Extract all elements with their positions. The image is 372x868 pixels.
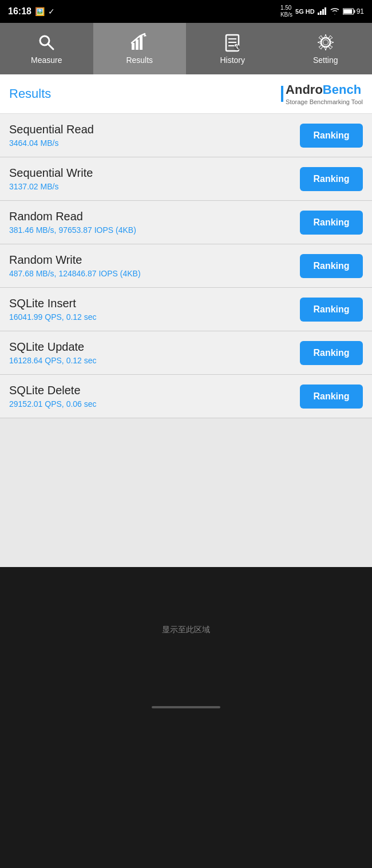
svg-line-8: [48, 44, 53, 49]
status-bar: 16:18 🖼️ ✓ 1.50KB/s 5G HD: [0, 0, 372, 23]
tab-bar: Measure Results: [0, 23, 372, 74]
bench-value-sqlite-insert: 16041.99 QPS, 0.12 sec: [9, 312, 300, 322]
battery-percent: 91: [357, 7, 364, 15]
display-notice-text: 显示至此区域: [162, 625, 210, 635]
bench-info-random-write: Random Write 487.68 MB/s, 124846.87 IOPS…: [9, 253, 300, 278]
bench-name-sqlite-delete: SQLite Delete: [9, 384, 300, 397]
search-icon: [37, 33, 56, 52]
tab-history-label: History: [220, 56, 245, 65]
svg-point-21: [323, 40, 328, 45]
ranking-btn-sqlite-insert[interactable]: Ranking: [300, 298, 363, 322]
brand-tagline: Storage Benchmarking Tool: [286, 98, 363, 105]
bench-row-random-read: Random Read 381.46 MB/s, 97653.87 IOPS (…: [0, 201, 372, 244]
bench-name-random-write: Random Write: [9, 253, 300, 267]
chart-icon: [130, 33, 149, 52]
bench-info-sqlite-insert: SQLite Insert 16041.99 QPS, 0.12 sec: [9, 297, 300, 322]
bench-row-sqlite-insert: SQLite Insert 16041.99 QPS, 0.12 sec Ran…: [0, 288, 372, 331]
status-right: 1.50KB/s 5G HD 91: [280, 5, 364, 18]
bench-name-sqlite-insert: SQLite Insert: [9, 297, 300, 310]
ranking-btn-random-write[interactable]: Ranking: [300, 254, 363, 278]
svg-rect-3: [324, 7, 326, 15]
bench-row-random-write: Random Write 487.68 MB/s, 124846.87 IOPS…: [0, 244, 372, 288]
bench-row-sqlite-delete: SQLite Delete 29152.01 QPS, 0.06 sec Ran…: [0, 375, 372, 418]
bench-value-sequential-write: 3137.02 MB/s: [9, 182, 300, 191]
tab-measure[interactable]: Measure: [0, 23, 93, 74]
bench-value-sqlite-update: 16128.64 QPS, 0.12 sec: [9, 356, 300, 365]
empty-content-area: [0, 418, 372, 567]
gear-icon: [316, 33, 335, 52]
svg-rect-1: [320, 11, 322, 15]
nav-handle: [152, 706, 220, 708]
bench-name-sequential-write: Sequential Write: [9, 167, 300, 180]
svg-rect-9: [132, 43, 134, 50]
bench-row-sequential-write: Sequential Write 3137.02 MB/s Ranking: [0, 157, 372, 201]
content-area: Sequential Read 3464.04 MB/s Ranking Seq…: [0, 114, 372, 567]
status-icon-notification: 🖼️: [35, 7, 45, 16]
tab-measure-label: Measure: [31, 56, 62, 65]
tab-setting[interactable]: Setting: [279, 23, 373, 74]
bench-value-random-read: 381.46 MB/s, 97653.87 IOPS (4KB): [9, 225, 300, 235]
brand-bar-accent: [281, 86, 283, 102]
tab-results[interactable]: Results: [93, 23, 187, 74]
network-type: 5G HD: [295, 8, 315, 15]
bench-name-sqlite-update: SQLite Update: [9, 340, 300, 354]
network-speed-icon: 1.50KB/s: [280, 5, 292, 18]
status-time: 16:18: [8, 6, 31, 17]
navigation-bar: [0, 693, 372, 722]
battery-icon: 91: [343, 7, 364, 15]
ranking-btn-sqlite-delete[interactable]: Ranking: [300, 385, 363, 409]
bench-row-sqlite-update: SQLite Update 16128.64 QPS, 0.12 sec Ran…: [0, 331, 372, 375]
brand-sub: AndroBench Storage Benchmarking Tool: [286, 82, 363, 105]
signal-icon: [318, 7, 327, 17]
bench-row-sequential-read: Sequential Read 3464.04 MB/s Ranking: [0, 114, 372, 157]
ranking-btn-sequential-read[interactable]: Ranking: [300, 124, 363, 148]
brand-logo: AndroBench Storage Benchmarking Tool: [281, 82, 363, 105]
ranking-btn-sqlite-update[interactable]: Ranking: [300, 341, 363, 365]
bench-info-sqlite-delete: SQLite Delete 29152.01 QPS, 0.06 sec: [9, 384, 300, 409]
tab-results-label: Results: [126, 56, 153, 65]
svg-rect-2: [322, 9, 324, 15]
brand-name: AndroBench: [286, 82, 363, 97]
bench-name-sequential-read: Sequential Read: [9, 123, 300, 136]
bench-info-sqlite-update: SQLite Update 16128.64 QPS, 0.12 sec: [9, 340, 300, 365]
status-icon-check: ✓: [48, 7, 55, 16]
history-icon: [223, 33, 242, 52]
svg-rect-6: [343, 9, 352, 14]
svg-rect-10: [136, 39, 138, 50]
bench-value-random-write: 487.68 MB/s, 124846.87 IOPS (4KB): [9, 269, 300, 278]
tab-setting-label: Setting: [313, 56, 338, 65]
bench-info-sequential-write: Sequential Write 3137.02 MB/s: [9, 167, 300, 191]
bench-info-random-read: Random Read 381.46 MB/s, 97653.87 IOPS (…: [9, 210, 300, 235]
tab-history[interactable]: History: [186, 23, 279, 74]
svg-rect-5: [354, 10, 355, 13]
wifi-icon: [330, 7, 340, 17]
results-header: Results AndroBench Storage Benchmarking …: [0, 74, 372, 114]
ranking-btn-sequential-write[interactable]: Ranking: [300, 167, 363, 191]
svg-rect-0: [318, 13, 319, 15]
display-notice-area: 显示至此区域: [0, 567, 372, 693]
results-title: Results: [9, 86, 51, 101]
bench-value-sqlite-delete: 29152.01 QPS, 0.06 sec: [9, 399, 300, 409]
bench-info-sequential-read: Sequential Read 3464.04 MB/s: [9, 123, 300, 148]
svg-rect-11: [140, 36, 143, 50]
ranking-btn-random-read[interactable]: Ranking: [300, 211, 363, 235]
status-left: 16:18 🖼️ ✓: [8, 6, 55, 17]
bench-name-random-read: Random Read: [9, 210, 300, 223]
bench-value-sequential-read: 3464.04 MB/s: [9, 138, 300, 148]
